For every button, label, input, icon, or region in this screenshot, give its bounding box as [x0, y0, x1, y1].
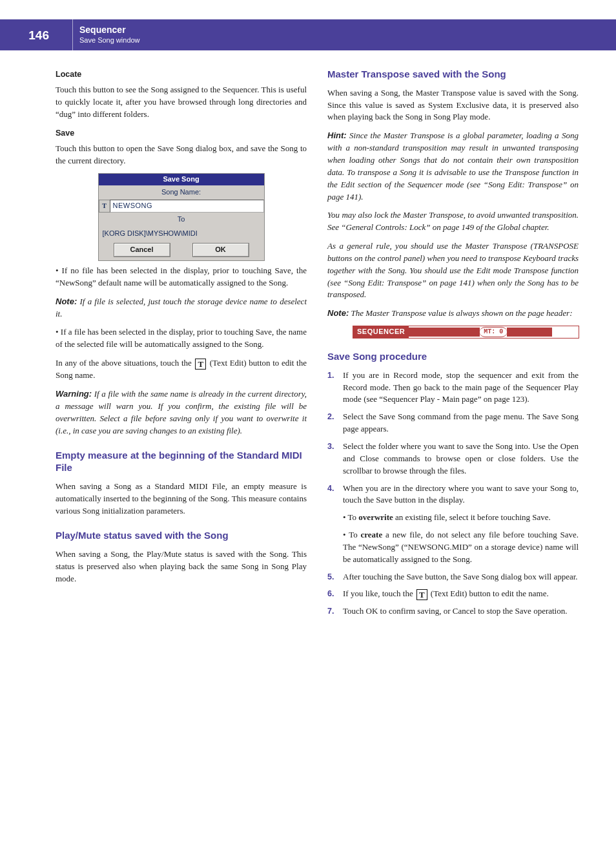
ok-button[interactable]: OK	[193, 244, 249, 256]
dialog-to-label: To	[99, 213, 264, 227]
text-edit-icon[interactable]: T	[99, 200, 110, 213]
header-title: Sequencer	[79, 25, 140, 36]
locate-heading: Locate	[56, 68, 307, 80]
step-4-overwrite: • To overwrite an existing file, select …	[343, 512, 579, 524]
play-mute-paragraph: When saving a Song, the Play/Mute status…	[56, 548, 307, 585]
banner-mt-badge: MT: 0	[480, 327, 507, 338]
left-column: Locate Touch this button to see the Song…	[56, 68, 307, 623]
sequencer-header-banner: SEQUENCER MT: 0	[353, 326, 579, 338]
header-subtitle: Save Song window	[79, 36, 140, 45]
banner-sequencer-label: SEQUENCER	[353, 326, 409, 338]
text-edit-paragraph: In any of the above situations, touch th…	[56, 357, 307, 382]
save-paragraph: Touch this button to open the Save Song …	[56, 143, 307, 167]
save-song-procedure-heading: Save Song procedure	[327, 351, 579, 363]
dialog-path: [KORG DISK]\MYSHOW\MIDI	[99, 227, 264, 241]
save-heading: Save	[56, 127, 307, 139]
note-deselect: Note: If a file is selected, just touch …	[56, 296, 307, 320]
song-name-input[interactable]: NEWSONG	[110, 200, 264, 213]
step-4: When you are in the directory where you …	[327, 483, 579, 566]
mt-hint-1: Hint: Since the Master Transpose is a gl…	[327, 130, 579, 203]
dialog-song-name-label: Song Name:	[99, 185, 264, 200]
cancel-button[interactable]: Cancel	[114, 244, 170, 256]
right-column: Master Transpose saved with the Song Whe…	[327, 68, 579, 623]
top-margin	[0, 0, 616, 19]
step-5: After touching the Save button, the Save…	[327, 571, 579, 583]
dialog-title: Save Song	[99, 174, 264, 185]
mt-hint-2: You may also lock the Master Transpose, …	[327, 209, 579, 234]
note-label: Note:	[327, 308, 349, 318]
note-label: Note:	[56, 297, 77, 306]
warning-paragraph: Warning: If a file with the same name is…	[56, 388, 307, 437]
page-number: 146	[28, 25, 53, 45]
step-1: If you are in Record mode, stop the sequ…	[327, 370, 579, 406]
procedure-list: If you are in Record mode, stop the sequ…	[327, 370, 579, 618]
step-3: Select the folder where you want to save…	[327, 441, 579, 477]
save-song-dialog: Save Song Song Name: T NEWSONG To [KORG …	[98, 173, 265, 261]
step-4-create: • To create a new file, do not select an…	[343, 529, 579, 566]
bullet-no-file: • If no file has been selected in the di…	[56, 265, 307, 289]
hint-label: Hint:	[327, 130, 347, 140]
page-header: 146 Sequencer Save Song window	[0, 19, 616, 50]
text-edit-icon[interactable]: T	[195, 359, 206, 370]
mt-paragraph-1: When saving a Song, the Master Transpose…	[327, 87, 579, 124]
step-7: Touch OK to confirm saving, or Cancel to…	[327, 605, 579, 618]
bullet-file-selected: • If a file has been selected in the dis…	[56, 326, 307, 351]
mt-note: Note: The Master Transpose value is alwa…	[327, 308, 579, 320]
step-2: Select the Save Song command from the pa…	[327, 411, 579, 435]
master-transpose-heading: Master Transpose saved with the Song	[327, 68, 579, 81]
text-edit-icon[interactable]: T	[416, 589, 427, 600]
play-mute-heading: Play/Mute status saved with the Song	[56, 530, 307, 542]
locate-paragraph: Touch this button to see the Song assign…	[56, 84, 307, 121]
empty-measure-paragraph: When saving a Song as a Standard MIDI Fi…	[56, 481, 307, 517]
empty-measure-heading: Empty measure at the beginning of the St…	[56, 450, 307, 474]
mt-hint-3: As a general rule, you should use the Ma…	[327, 240, 579, 301]
step-6: If you like, touch the T (Text Edit) but…	[327, 588, 579, 600]
warning-label: Warning:	[56, 389, 92, 399]
